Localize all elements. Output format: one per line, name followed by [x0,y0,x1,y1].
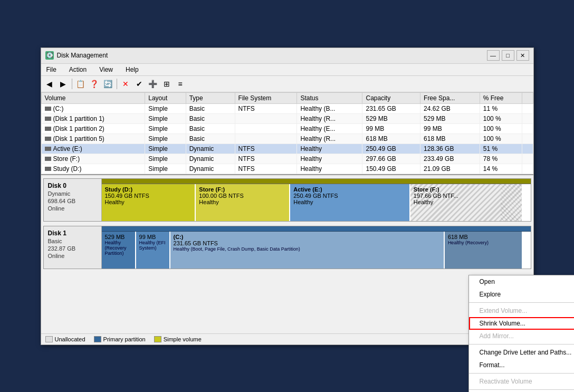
disk0-status: Online [48,205,97,212]
minimize-button[interactable]: — [487,50,500,61]
disk0-part-study[interactable]: Study (D:) 150.49 GB NTFS Healthy [102,184,196,221]
table-row[interactable]: (Disk 1 partition 2) Simple Basic Health… [41,123,533,133]
cell-capacity: 297.66 GB [362,154,420,164]
col-layout: Layout [145,92,186,103]
cell-extra [522,154,533,164]
table-header-row: Volume Layout Type File System Status Ca… [41,92,533,103]
cell-capacity: 150.49 GB [362,164,420,174]
properties-button[interactable]: 📋 [74,78,87,90]
disk1-bar [102,226,531,232]
cell-free: 529 MB [420,113,480,123]
table-row[interactable]: Study (D:) Simple Dynamic NTFS Healthy 1… [41,164,533,174]
cell-layout: Simple [145,144,186,154]
disk0-partitions: Study (D:) 150.49 GB NTFS Healthy Store … [102,184,531,221]
refresh-button[interactable]: 🔄 [102,78,114,90]
disk1-part-529-status: Healthy (Recovery Partition) [105,240,132,256]
ctx-reactivate: Reactivate Volume [469,375,575,388]
ctx-shrink[interactable]: Shrink Volume... [469,317,575,330]
col-extra [522,92,533,103]
menu-button[interactable]: ≡ [174,78,187,90]
disk1-part-c[interactable]: (C:) 231.65 GB NTFS Healthy (Boot, Page … [170,232,445,269]
table-row[interactable]: (C:) Simple Basic NTFS Healthy (B... 231… [41,103,533,113]
disk1-part-618[interactable]: 618 MB Healthy (Recovery) [445,232,522,269]
cell-fs: NTFS [235,103,297,113]
disk1-part-c-status: Healthy (Boot, Page File, Crash Dump, Ba… [174,246,441,252]
menu-action[interactable]: Action [66,65,90,74]
disk0-part-active-status: Healthy [293,199,406,205]
cell-fs: NTFS [235,154,297,164]
menu-file[interactable]: File [43,65,60,74]
cell-free: 21.09 GB [420,164,480,174]
cell-layout: Simple [145,113,186,123]
legend-unallocated: Unallocated [45,336,85,342]
cell-fs: NTFS [235,144,297,154]
cell-pct: 11 % [480,103,522,113]
table-row[interactable]: Store (F:) Simple Dynamic NTFS Healthy 2… [41,154,533,164]
col-status: Status [297,92,362,103]
disk1-part-99-size: 99 MB [139,234,166,240]
add-button[interactable]: ➕ [147,78,159,90]
disk0-part-active-size: 250.49 GB NTFS [293,193,406,199]
col-volume: Volume [41,92,145,103]
cell-pct: 78 % [480,154,522,164]
disk0-part-study-name: Study (D:) [105,186,192,193]
disk1-partitions: 529 MB Healthy (Recovery Partition) 99 M… [102,232,531,269]
grid-button[interactable]: ⊞ [160,78,173,90]
disk1-label: Disk 1 Basic 232.87 GB Online [44,226,102,269]
disk0-part-active[interactable]: Active (E:) 250.49 GB NTFS Healthy [290,184,410,221]
ctx-sep3 [469,373,575,374]
disk1-size: 232.87 GB [48,245,97,252]
ctx-explore[interactable]: Explore [469,288,575,301]
disk0-part-store1-status: Healthy [199,199,286,205]
legend-simple-box [154,336,161,342]
cell-volume: (Disk 1 partition 2) [41,123,145,133]
ctx-format[interactable]: Format... [469,359,575,371]
disk0-part-store2[interactable]: Store (F:) 197.66 GB NTF... Healthy [410,184,522,221]
toolbar-sep1 [72,79,72,89]
table-row[interactable]: (Disk 1 partition 1) Simple Basic Health… [41,113,533,123]
cell-status: Healthy (B... [297,103,362,113]
delete-button[interactable]: ✕ [119,78,132,90]
cell-free: 24.62 GB [420,103,480,113]
col-free: Free Spa... [420,92,480,103]
cell-pct: 100 % [480,113,522,123]
disk0-name: Disk 0 [48,182,97,189]
cell-status: Healthy (E... [297,123,362,133]
ctx-extend: Extend Volume... [469,304,575,317]
check-button[interactable]: ✔ [133,78,146,90]
disk1-part-529-size: 529 MB [105,234,132,240]
maximize-button[interactable]: □ [502,50,514,61]
cell-pct: 14 % [480,164,522,174]
legend-primary-label: Primary partition [103,336,146,342]
table-row[interactable]: Active (E:) Simple Dynamic NTFS Healthy … [41,144,533,154]
disk0-part-store1[interactable]: Store (F:) 100.00 GB NTFS Healthy [196,184,290,221]
cell-status: Healthy (R... [297,113,362,123]
forward-button[interactable]: ▶ [57,78,70,90]
cell-layout: Simple [145,133,186,144]
disk0-part-study-status: Healthy [105,199,192,205]
ctx-change-letter[interactable]: Change Drive Letter and Paths... [469,346,575,359]
ctx-open[interactable]: Open [469,275,575,288]
table-row[interactable]: (Disk 1 partition 5) Simple Basic Health… [41,133,533,144]
menu-view[interactable]: View [96,65,116,74]
volume-table-area: Volume Layout Type File System Status Ca… [41,92,533,175]
disk1-part-c-name: (C:) [174,234,441,240]
toolbar: ◀ ▶ 📋 ❓ 🔄 ✕ ✔ ➕ ⊞ ≡ [41,76,533,92]
col-pct: % Free [480,92,522,103]
disk1-part-529[interactable]: 529 MB Healthy (Recovery Partition) [102,232,136,269]
disk0-row: Disk 0 Dynamic 698.64 GB Online Study (D… [43,178,531,222]
help-button[interactable]: ❓ [88,78,101,90]
menu-help[interactable]: Help [122,65,142,74]
close-button[interactable]: ✕ [516,50,529,61]
back-button[interactable]: ◀ [43,78,56,90]
cell-status: Healthy (R... [297,133,362,144]
disk1-type: Basic [48,238,97,244]
cell-type: Basic [186,133,235,144]
main-window: 💽 Disk Management — □ ✕ File Action View… [41,47,534,345]
disk1-part-99[interactable]: 99 MB Healthy (EFI System) [136,232,170,269]
cell-layout: Simple [145,103,186,113]
disk0-part-stripe-overlay [501,184,522,221]
cell-status: Healthy [297,144,362,154]
ctx-sep4 [469,389,575,390]
disk0-size: 698.64 GB [48,198,97,204]
